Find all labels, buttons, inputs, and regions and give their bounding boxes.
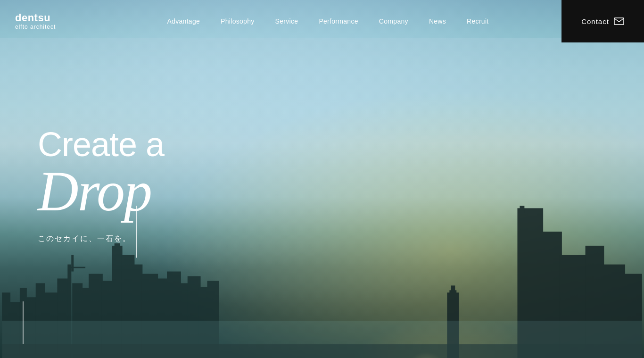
logo[interactable]: dentsu elfto architect (0, 12, 94, 30)
mail-icon (614, 17, 624, 25)
nav-philosophy[interactable]: Philosophy (210, 17, 265, 25)
svg-rect-28 (520, 206, 524, 213)
main-nav: Advantage Philosophy Service Performance… (94, 17, 561, 25)
header: dentsu elfto architect Advantage Philoso… (0, 0, 644, 42)
scroll-indicator (23, 301, 24, 344)
svg-rect-37 (451, 285, 455, 294)
svg-rect-40 (614, 18, 624, 25)
svg-rect-11 (71, 255, 74, 271)
nav-advantage[interactable]: Advantage (157, 17, 210, 25)
hero-section: dentsu elfto architect Advantage Philoso… (0, 0, 644, 358)
logo-bottom: elfto architect (15, 24, 94, 30)
contact-button[interactable]: Contact (561, 0, 644, 42)
nav-company[interactable]: Company (369, 17, 419, 25)
svg-rect-39 (2, 320, 642, 358)
hero-subtitle: このセカイに、一石を。 (38, 234, 164, 244)
nav-news[interactable]: News (419, 17, 456, 25)
logo-top: dentsu (15, 12, 94, 24)
contact-label: Contact (581, 17, 609, 25)
nav-service[interactable]: Service (265, 17, 309, 25)
hero-line2: Drop (38, 163, 151, 220)
nav-recruit[interactable]: Recruit (456, 17, 499, 25)
nav-performance[interactable]: Performance (308, 17, 368, 25)
drop-container: Drop (38, 163, 151, 220)
hero-line1: Create a (38, 126, 164, 163)
hero-content: Create a Drop このセカイに、一石を。 (38, 126, 164, 244)
